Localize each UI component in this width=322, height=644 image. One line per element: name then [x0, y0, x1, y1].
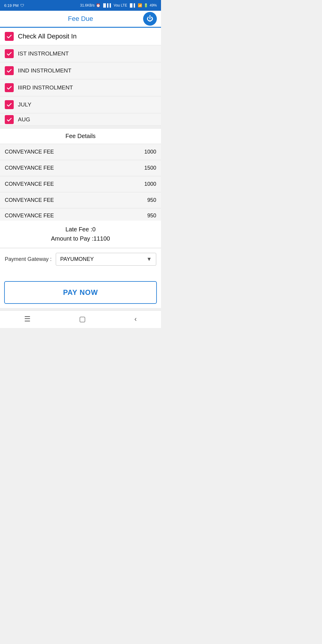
checkbox-iiird[interactable]	[5, 83, 14, 92]
fee-amount-5: 950	[147, 213, 156, 219]
list-item[interactable]: IIIRD INSTROLMENT	[0, 79, 161, 96]
spacer	[0, 270, 161, 277]
pay-now-button[interactable]: PAY NOW	[4, 281, 157, 304]
lte-icon: Vou LTE	[114, 3, 127, 7]
sim-icon: 🛡	[20, 3, 24, 8]
battery-icon: 🔋	[144, 3, 148, 7]
instrolment-iiird-label: IIIRD INSTROLMENT	[18, 84, 73, 91]
july-label: JULY	[18, 101, 31, 108]
instrolment-ist-label: IST INSTROLMENT	[18, 50, 69, 57]
check-all-checkbox[interactable]	[5, 32, 14, 41]
fee-name-3: CONVEYANCE FEE	[5, 181, 54, 187]
checkbox-july[interactable]	[5, 100, 14, 109]
network-speed: 31.6KB/s	[80, 3, 95, 7]
payment-gateway-value: PAYUMONEY	[60, 256, 94, 262]
home-icon[interactable]: ▢	[79, 315, 86, 323]
fee-details-section: Fee Details CONVEYANCE FEE 1000 CONVEYAN…	[0, 128, 161, 221]
back-icon[interactable]: ‹	[134, 315, 137, 323]
fee-row: CONVEYANCE FEE 950	[0, 208, 161, 221]
fee-name-4: CONVEYANCE FEE	[5, 197, 54, 203]
checkbox-section: Check All Deposit In IST INSTROLMENT IIN…	[0, 28, 161, 126]
power-icon: ⏻	[147, 16, 153, 22]
fee-row: CONVEYANCE FEE 1500	[0, 160, 161, 176]
check-all-row[interactable]: Check All Deposit In	[0, 28, 161, 45]
checkbox-ist[interactable]	[5, 49, 14, 58]
page-title: Fee Due	[68, 15, 93, 23]
fee-name-5: CONVEYANCE FEE	[5, 213, 54, 219]
fee-row: CONVEYANCE FEE 1000	[0, 176, 161, 192]
signal-icon: ▐▌▌▌	[102, 3, 112, 7]
fee-row: CONVEYANCE FEE 1000	[0, 144, 161, 160]
fee-name-1: CONVEYANCE FEE	[5, 149, 54, 155]
fee-row: CONVEYANCE FEE 950	[0, 192, 161, 208]
status-bar: 6:19 PM 🛡 31.6KB/s ⏰ ▐▌▌▌ Vou LTE ▐▌▌ 📶 …	[0, 0, 161, 11]
check-all-label: Check All Deposit In	[18, 32, 77, 40]
list-item[interactable]: JULY	[0, 96, 161, 113]
fee-amount-2: 1500	[144, 165, 156, 171]
list-item[interactable]: AUG	[0, 113, 161, 126]
aug-label: AUG	[18, 116, 30, 123]
menu-icon[interactable]: ☰	[24, 315, 31, 323]
battery-level: 49%	[150, 3, 157, 7]
amount-to-pay-text: Amount to Pay :11100	[5, 235, 156, 242]
payment-gateway-label: Payment Gateway :	[5, 256, 52, 262]
instrolment-iind-label: IIND INSTROLMENT	[18, 67, 71, 74]
checkbox-aug[interactable]	[5, 115, 14, 124]
payment-gateway-select[interactable]: PAYUMONEY ▼	[56, 253, 156, 266]
checkbox-iind[interactable]	[5, 66, 14, 75]
summary-section: Late Fee :0 Amount to Pay :11100	[0, 221, 161, 247]
alarm-icon: ⏰	[96, 3, 100, 7]
fee-amount-1: 1000	[144, 149, 156, 155]
late-fee-text: Late Fee :0	[5, 226, 156, 233]
bottom-nav: ☰ ▢ ‹	[0, 310, 161, 328]
chevron-down-icon: ▼	[146, 256, 152, 262]
header: Fee Due ⏻	[0, 11, 161, 28]
fee-details-header: Fee Details	[0, 128, 161, 144]
signal-icon2: ▐▌▌	[129, 3, 136, 7]
fee-name-2: CONVEYANCE FEE	[5, 165, 54, 171]
list-item[interactable]: IIND INSTROLMENT	[0, 62, 161, 79]
payment-gateway-row: Payment Gateway : PAYUMONEY ▼	[0, 249, 161, 270]
list-item[interactable]: IST INSTROLMENT	[0, 45, 161, 62]
pay-now-container: PAY NOW	[0, 277, 161, 308]
wifi-icon: 📶	[138, 3, 142, 7]
fee-amount-3: 1000	[144, 181, 156, 187]
status-time: 6:19 PM	[4, 3, 18, 8]
power-button[interactable]: ⏻	[143, 12, 157, 26]
fee-amount-4: 950	[147, 197, 156, 203]
